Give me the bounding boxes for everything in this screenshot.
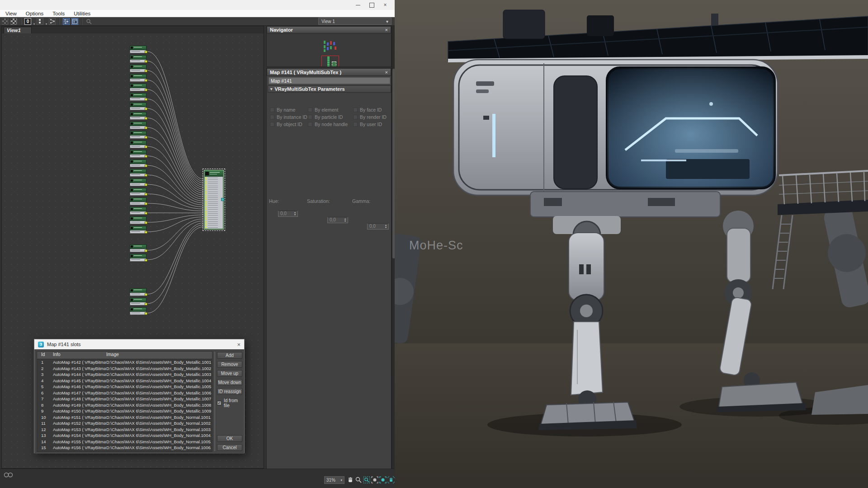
bitmap-node[interactable] [130,93,146,101]
close-button[interactable]: × [378,1,392,9]
bitmap-node[interactable] [130,216,146,224]
bitmap-node[interactable] [130,74,146,82]
node-output-socket[interactable] [145,193,147,196]
maximize-button[interactable] [365,1,378,9]
node-output-socket[interactable] [145,293,147,296]
layout-mode-icon[interactable]: 0 [24,18,31,25]
zoom-region-icon[interactable] [363,476,370,483]
show-background-icon[interactable] [10,18,17,25]
close-icon[interactable]: × [385,27,388,33]
node-output-socket[interactable] [145,51,147,53]
rollout-vraymultisubtex-parameters[interactable]: ▾ VRayMultiSubTex Parameters [268,85,391,93]
id-option-checkbox[interactable] [270,115,274,119]
map-name-field[interactable]: Map #141 [269,77,390,84]
close-icon[interactable]: × [385,70,388,75]
bitmap-node[interactable] [130,254,146,262]
node-output-socket[interactable] [221,198,224,201]
bitmap-node[interactable] [130,141,146,148]
adjust-spinner-saturation[interactable]: 0,0 [327,217,348,223]
node-output-socket[interactable] [145,70,147,72]
slots-table-row[interactable]: 11AutoMap #152 ( VRayBitmap )D:\Chaos\MA… [37,420,212,427]
cancel-button[interactable]: Cancel [217,444,242,451]
bitmap-node[interactable] [130,122,146,129]
show-maps-icon[interactable] [2,18,9,25]
bitmap-node[interactable] [130,103,146,110]
menu-item-options[interactable]: Options [26,11,44,16]
bitmap-node[interactable] [130,298,146,305]
tab-view1[interactable]: View1 [4,27,32,33]
id-option-checkbox[interactable] [308,108,312,112]
node-output-socket[interactable] [145,312,147,315]
slots-table-row[interactable]: 4AutoMap #145 ( VRayBitmap )D:\Chaos\MAX… [37,378,212,384]
close-icon[interactable]: × [237,341,241,348]
node-output-socket[interactable] [145,60,147,63]
zoom-magnifier-icon[interactable] [355,476,362,483]
node-output-socket[interactable] [145,212,147,215]
node-output-socket[interactable] [145,79,147,82]
bitmap-node[interactable] [130,178,146,186]
zoom-extents-icon[interactable] [371,476,378,483]
node-output-socket[interactable] [145,145,147,148]
adjust-spinner-gamma[interactable]: 0,0 [367,223,389,230]
node-output-socket[interactable] [145,108,147,110]
node-output-socket[interactable] [145,231,147,234]
pan-find-icon[interactable] [4,471,14,478]
bitmap-node[interactable] [130,112,146,120]
bitmap-node[interactable] [130,244,146,252]
slots-table-row[interactable]: 14AutoMap #155 ( VRayBitmap )D:\Chaos\MA… [37,439,212,445]
spinner-arrows-icon[interactable] [384,224,388,229]
show-parameter-editor-icon[interactable] [71,18,78,25]
slots-table[interactable]: Id Info Image 1AutoMap #142 ( VRayBitmap… [37,351,212,452]
id-option-checkbox[interactable] [308,122,312,127]
zoom-level-dropdown[interactable]: 31% ▾ [324,476,344,484]
spinner-arrows-icon[interactable] [293,211,297,216]
node-output-socket[interactable] [145,155,147,158]
bitmap-node[interactable] [130,84,146,91]
view-selector-dropdown[interactable]: View 1 ▾ [318,18,392,25]
slots-table-row[interactable]: 13AutoMap #154 ( VRayBitmap )D:\Chaos\MA… [37,432,212,439]
minimize-button[interactable] [351,1,365,9]
zoom-extents-selected-icon[interactable] [379,476,387,483]
bitmap-node[interactable] [130,55,146,63]
id-reassign-button[interactable]: ID reassign [217,388,242,395]
menu-item-utilities[interactable]: Utilities [74,11,90,16]
slots-table-row[interactable]: 9AutoMap #150 ( VRayBitmap )D:\Chaos\MAX… [37,408,212,414]
node-output-socket[interactable] [145,136,147,139]
menu-item-view[interactable]: View [5,11,17,16]
node-output-socket[interactable] [145,221,147,224]
bitmap-node[interactable] [130,160,146,167]
node-output-socket[interactable] [145,98,147,101]
id-option-checkbox[interactable] [270,122,274,127]
id-from-file-checkbox[interactable]: ✓ [217,401,222,405]
slots-table-row[interactable]: 7AutoMap #148 ( VRayBitmap )D:\Chaos\MAX… [37,396,212,402]
menu-item-tools[interactable]: Tools [52,11,65,16]
navigator-header[interactable]: Navigator × [267,26,391,33]
slots-table-row[interactable]: 8AutoMap #149 ( VRayBitmap )D:\Chaos\MAX… [37,402,212,408]
node-output-socket[interactable] [145,127,147,129]
id-option-checkbox[interactable] [270,108,274,112]
slots-table-row[interactable]: 15AutoMap #156 ( VRayBitmap )D:\Chaos\MA… [37,445,212,451]
add-button[interactable]: Add [217,352,242,359]
slots-table-row[interactable]: 5AutoMap #146 ( VRayBitmap )D:\Chaos\MAX… [37,384,212,390]
navigator-thumbnail[interactable] [267,33,391,66]
id-option-checkbox[interactable] [353,122,358,127]
remove-button[interactable]: Remove [217,361,242,368]
slots-table-row[interactable]: 3AutoMap #144 ( VRayBitmap )D:\Chaos\MAX… [37,371,212,378]
node-output-socket[interactable] [145,202,147,205]
bitmap-node[interactable] [130,150,146,158]
connect-nodes-icon[interactable] [49,18,56,25]
slots-table-row[interactable]: 2AutoMap #143 ( VRayBitmap )D:\Chaos\MAX… [37,366,212,372]
pan-to-selected-icon[interactable] [387,476,395,483]
bitmap-node[interactable] [130,197,146,205]
bitmap-node[interactable] [130,169,146,177]
dialog-titlebar[interactable]: 3 Map #141 slots × [34,339,244,349]
align-children-icon[interactable] [37,18,43,25]
bitmap-node[interactable] [130,207,146,215]
bitmap-node[interactable] [130,188,146,196]
map-panel-header[interactable]: Map #141 ( VRayMultiSubTex ) × [267,68,391,76]
slots-table-row[interactable]: 12AutoMap #153 ( VRayBitmap )D:\Chaos\MA… [37,427,212,433]
ok-button[interactable]: OK [217,435,242,442]
node-output-socket[interactable] [145,303,147,305]
bitmap-node[interactable] [130,65,146,72]
node-output-socket[interactable] [145,164,147,167]
